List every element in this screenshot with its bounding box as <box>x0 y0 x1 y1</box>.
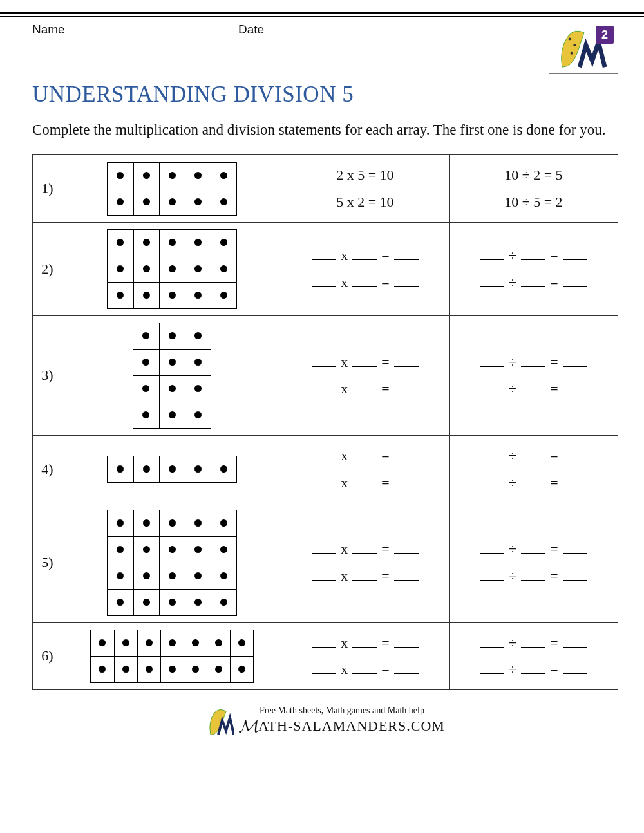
blank-field[interactable] <box>312 553 336 554</box>
array-dot <box>143 198 150 205</box>
array-dot <box>169 332 176 339</box>
array-dot <box>220 599 227 606</box>
blank-field[interactable] <box>312 673 336 674</box>
blank-field[interactable] <box>394 487 419 487</box>
blank-field[interactable] <box>394 553 419 554</box>
blank-field[interactable] <box>394 366 419 367</box>
blank-field[interactable] <box>394 460 419 460</box>
array-dot <box>122 666 129 673</box>
blank-field[interactable] <box>563 673 587 674</box>
array-dot <box>117 572 124 579</box>
division-cell: ÷=÷= <box>449 222 618 315</box>
blank-field[interactable] <box>480 286 504 287</box>
array-dot <box>194 411 202 418</box>
blank-field[interactable] <box>312 393 336 393</box>
blank-field[interactable] <box>521 553 545 554</box>
question-number: 5) <box>33 503 62 622</box>
blank-field[interactable] <box>480 673 504 674</box>
blank-field[interactable] <box>394 673 419 674</box>
blank-field[interactable] <box>312 647 336 648</box>
blank-field[interactable] <box>312 487 336 487</box>
blank-field[interactable] <box>480 647 504 648</box>
blank-field[interactable] <box>563 366 587 367</box>
blank-field[interactable] <box>563 553 587 554</box>
blank-field[interactable] <box>521 286 545 287</box>
blank-field[interactable] <box>521 393 545 393</box>
blank-field[interactable] <box>312 366 336 367</box>
array-dot <box>143 546 150 553</box>
multiplication-blank: x= <box>285 536 445 563</box>
array-dot <box>169 465 176 473</box>
blank-field[interactable] <box>352 580 377 581</box>
blank-field[interactable] <box>563 259 587 260</box>
blank-field[interactable] <box>352 259 377 260</box>
array-dot <box>117 519 124 527</box>
array-dot <box>220 239 227 246</box>
blank-field[interactable] <box>312 580 336 581</box>
array-dot <box>169 292 176 299</box>
blank-field[interactable] <box>352 286 377 287</box>
blank-field[interactable] <box>521 460 545 460</box>
blank-field[interactable] <box>480 487 504 487</box>
blank-field[interactable] <box>563 580 587 581</box>
blank-field[interactable] <box>521 366 545 367</box>
array-dot <box>194 465 202 473</box>
blank-field[interactable] <box>521 487 545 487</box>
array-dot <box>169 411 176 418</box>
blank-field[interactable] <box>480 553 504 554</box>
blank-field[interactable] <box>394 580 419 581</box>
blank-field[interactable] <box>521 580 545 581</box>
blank-field[interactable] <box>480 366 504 367</box>
blank-field[interactable] <box>352 487 377 487</box>
question-number: 2) <box>33 222 62 315</box>
blank-field[interactable] <box>563 487 587 487</box>
blank-field[interactable] <box>352 393 377 393</box>
brand-logo: 2 <box>549 23 618 74</box>
blank-field[interactable] <box>521 647 545 648</box>
array-dot <box>194 546 202 553</box>
blank-field[interactable] <box>563 460 587 460</box>
array-dot <box>117 172 124 179</box>
array-dot <box>143 519 150 527</box>
array-cell <box>62 435 281 503</box>
question-number: 4) <box>33 435 62 503</box>
dot-array <box>90 630 254 683</box>
blank-field[interactable] <box>563 286 587 287</box>
division-blank: ÷= <box>453 469 614 496</box>
worksheet-title: UNDERSTANDING DIVISION 5 <box>32 82 618 108</box>
blank-field[interactable] <box>394 286 419 287</box>
array-dot <box>117 265 124 272</box>
array-cell <box>62 503 281 622</box>
header-row: Name Date 2 <box>32 23 618 74</box>
blank-field[interactable] <box>521 259 545 260</box>
blank-field[interactable] <box>312 259 336 260</box>
multiplication-cell: x=x= <box>281 503 450 622</box>
blank-field[interactable] <box>480 259 504 260</box>
blank-field[interactable] <box>394 393 419 393</box>
blank-field[interactable] <box>352 553 377 554</box>
array-dot <box>146 666 153 673</box>
array-dot <box>169 359 176 366</box>
blank-field[interactable] <box>563 647 587 648</box>
blank-field[interactable] <box>563 393 587 393</box>
question-number: 6) <box>33 622 62 690</box>
blank-field[interactable] <box>394 647 419 648</box>
blank-field[interactable] <box>352 647 377 648</box>
array-dot <box>194 172 202 179</box>
blank-field[interactable] <box>480 580 504 581</box>
blank-field[interactable] <box>480 460 504 460</box>
blank-field[interactable] <box>521 673 545 674</box>
array-dot <box>143 239 150 246</box>
division-blank: ÷= <box>453 375 614 402</box>
blank-field[interactable] <box>312 460 336 460</box>
blank-field[interactable] <box>394 259 419 260</box>
multiplication-cell: x=x= <box>281 222 450 315</box>
array-dot <box>220 198 227 205</box>
blank-field[interactable] <box>352 366 377 367</box>
blank-field[interactable] <box>312 286 336 287</box>
blank-field[interactable] <box>480 393 504 393</box>
blank-field[interactable] <box>352 673 377 674</box>
array-dot <box>146 639 153 646</box>
blank-field[interactable] <box>352 460 377 460</box>
division-blank: ÷= <box>453 242 614 269</box>
